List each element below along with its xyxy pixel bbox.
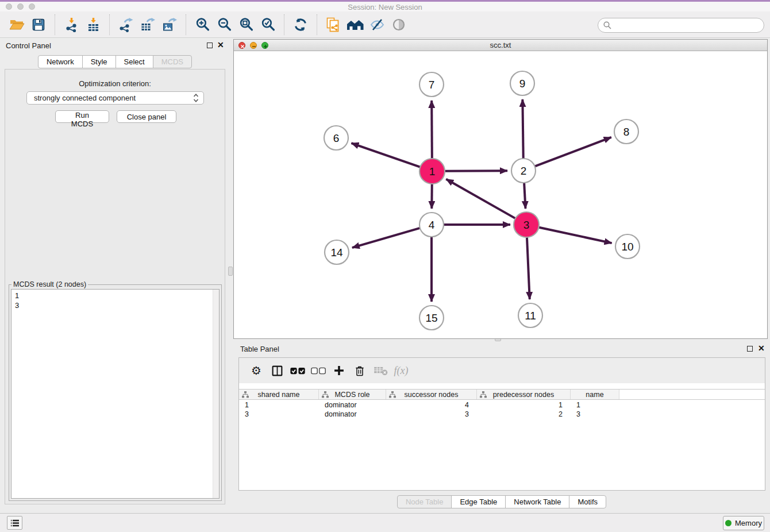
export-network-button[interactable]: [115, 14, 137, 36]
close-panel-button[interactable]: Close panel: [117, 110, 176, 123]
unchecked-boxes-icon: [310, 367, 327, 375]
export-image-button[interactable]: [159, 14, 180, 36]
table-cell: 1: [239, 400, 319, 410]
zoom-in-button[interactable]: [191, 14, 213, 36]
tab-network-table[interactable]: Network Table: [505, 495, 569, 508]
mcds-result-group: MCDS result (2 nodes) 1 3: [9, 284, 222, 501]
deselect-all-button[interactable]: [308, 361, 329, 380]
memory-button[interactable]: Memory: [723, 516, 764, 530]
table-panel-title: Table Panel: [240, 345, 279, 353]
column-header-shared-name[interactable]: shared name: [239, 390, 319, 399]
table-header-row: shared nameMCDS rolesuccessor nodesprede…: [239, 389, 765, 400]
graph-node-9[interactable]: [510, 71, 534, 95]
control-panel-close-button[interactable]: ✕: [217, 42, 224, 48]
graph-edge-1-7[interactable]: [432, 101, 432, 160]
delete-table-button[interactable]: [370, 361, 391, 380]
graph-edge-3-11[interactable]: [527, 236, 530, 299]
apply-function-button[interactable]: f(x): [391, 361, 411, 380]
search-field[interactable]: [598, 18, 764, 33]
titlebar: Session: New Session: [0, 2, 770, 11]
graph-edge-1-6[interactable]: [351, 143, 421, 167]
graph-node-14[interactable]: [325, 240, 349, 264]
graph-node-10[interactable]: [615, 234, 640, 259]
save-session-button[interactable]: [28, 14, 49, 36]
toolbar-separator: [109, 14, 110, 35]
home-navigator-button[interactable]: [344, 14, 366, 36]
select-stepper-icon: [193, 93, 199, 103]
network-graph[interactable]: 1234678910111415: [234, 51, 767, 338]
graph-edge-3-1[interactable]: [446, 179, 516, 219]
houses-icon: [346, 18, 364, 32]
column-header-label: shared name: [258, 391, 300, 399]
trash-icon: [354, 365, 365, 377]
column-header-successor-nodes[interactable]: successor nodes: [386, 390, 477, 399]
add-column-button[interactable]: [329, 361, 349, 380]
column-header-label: MCDS role: [334, 391, 369, 399]
table-settings-button[interactable]: ⚙: [246, 361, 267, 380]
tab-network[interactable]: Network: [38, 55, 83, 68]
graph-node-3[interactable]: [514, 212, 539, 237]
table-row[interactable]: 1dominator411: [239, 400, 765, 410]
search-input[interactable]: [615, 21, 759, 30]
control-panel: Control Panel ✕ NetworkStyleSelectMCDS O…: [0, 38, 230, 513]
table-row[interactable]: 3dominator323: [239, 410, 765, 419]
column-header-MCDS-role[interactable]: MCDS role: [319, 390, 386, 399]
run-mcds-button[interactable]: Run MCDS: [55, 110, 109, 123]
tab-style[interactable]: Style: [82, 55, 116, 68]
graph-edge-4-14[interactable]: [352, 228, 421, 248]
table-toolbar: ⚙: [239, 358, 765, 383]
graph-edge-3-10[interactable]: [538, 227, 612, 243]
show-column-button[interactable]: [267, 361, 287, 380]
table-cell: dominator: [319, 400, 386, 410]
tab-select[interactable]: Select: [116, 55, 153, 68]
zoom-selected-button[interactable]: [257, 14, 279, 36]
optimization-criterion-select[interactable]: strongly connected component: [26, 91, 204, 105]
show-view-button[interactable]: [388, 14, 410, 36]
graph-edge-2-9[interactable]: [522, 99, 523, 159]
table-cell: 3: [571, 410, 619, 419]
tab-mcds[interactable]: MCDS: [153, 55, 192, 68]
delete-column-button[interactable]: [349, 361, 370, 380]
graph-edge-2-8[interactable]: [534, 137, 611, 167]
graph-edge-1-2[interactable]: [444, 171, 507, 171]
save-floppy-icon: [32, 18, 45, 32]
zoom-fit-button[interactable]: [235, 14, 257, 36]
table-cell: 2: [477, 410, 571, 419]
table-panel-float-button[interactable]: [747, 346, 753, 352]
import-table-button[interactable]: [82, 14, 104, 36]
memory-status-dot: [725, 520, 732, 526]
open-session-button[interactable]: [6, 14, 28, 36]
refresh-button[interactable]: [290, 14, 311, 36]
vertical-splitter-handle[interactable]: [228, 267, 233, 276]
column-header-predecessor-nodes[interactable]: predecessor nodes: [477, 390, 571, 399]
new-network-from-selection-button[interactable]: [322, 14, 344, 36]
graph-node-1[interactable]: [419, 159, 445, 184]
tab-motifs[interactable]: Motifs: [569, 495, 606, 508]
main-toolbar: [0, 11, 770, 38]
control-panel-float-button[interactable]: [207, 43, 213, 48]
graph-node-15[interactable]: [419, 306, 444, 330]
tab-edge-table[interactable]: Edge Table: [451, 495, 506, 508]
graph-node-8[interactable]: [614, 119, 638, 144]
graph-node-4[interactable]: [419, 213, 444, 237]
status-menu-button[interactable]: [7, 516, 22, 530]
graph-node-2[interactable]: [511, 159, 536, 183]
table-panel-close-button[interactable]: ✕: [758, 345, 765, 351]
zoom-out-button[interactable]: [213, 14, 235, 36]
column-header-name[interactable]: name: [571, 390, 619, 399]
select-all-button[interactable]: [287, 361, 308, 380]
graph-node-6[interactable]: [324, 126, 348, 150]
graph-node-11[interactable]: [518, 303, 542, 327]
graph-node-7[interactable]: [419, 72, 444, 97]
tab-node-table[interactable]: Node Table: [397, 495, 452, 508]
hierarchy-icon: [389, 391, 396, 398]
table-cell: 1: [477, 400, 571, 410]
import-network-button[interactable]: [60, 14, 82, 36]
mcds-result-textarea[interactable]: 1 3: [11, 289, 220, 499]
control-panel-tabs: NetworkStyleSelectMCDS: [0, 55, 230, 68]
toolbar-separator: [317, 14, 317, 35]
hide-view-button[interactable]: [366, 14, 388, 36]
mcds-result-scrollbar[interactable]: [213, 290, 219, 498]
graph-edge-2-3[interactable]: [524, 182, 525, 209]
export-table-button[interactable]: [137, 14, 159, 36]
